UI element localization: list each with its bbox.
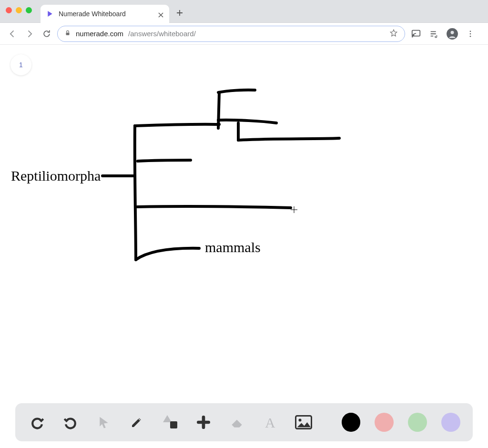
back-button[interactable] [6, 27, 19, 41]
svg-point-8 [470, 35, 471, 37]
shapes-tool-button[interactable] [161, 413, 180, 432]
profile-avatar[interactable] [445, 27, 459, 41]
svg-point-7 [470, 33, 471, 34]
media-control-icon[interactable] [427, 27, 441, 41]
window-titlebar: Numerade Whiteboard [0, 0, 488, 23]
svg-point-3 [412, 36, 413, 37]
traffic-lights [6, 7, 32, 13]
cast-icon[interactable] [409, 27, 423, 41]
add-button[interactable] [194, 413, 213, 432]
text-tool-button[interactable]: A [261, 413, 280, 432]
reload-button[interactable] [40, 27, 53, 41]
redo-button[interactable] [61, 413, 80, 432]
tab-favicon [46, 10, 54, 18]
whiteboard-toolbar: A [15, 403, 473, 441]
svg-point-5 [451, 31, 454, 34]
browser-toolbar: numerade.com/answers/whiteboard/ [0, 23, 488, 45]
svg-text:A: A [265, 415, 275, 430]
shapes-icon [163, 415, 177, 429]
color-swatch-purple[interactable] [441, 413, 460, 432]
color-swatch-black[interactable] [342, 413, 361, 432]
lock-icon [64, 30, 71, 38]
image-tool-button[interactable] [294, 413, 313, 432]
eraser-tool-button[interactable] [227, 413, 246, 432]
window-minimize-button[interactable] [16, 7, 22, 13]
pen-tool-button[interactable] [128, 413, 147, 432]
tab-title: Numerade Whiteboard [59, 10, 153, 18]
crosshair-cursor-icon [291, 206, 297, 213]
svg-marker-0 [48, 11, 52, 17]
svg-point-6 [470, 31, 471, 32]
window-maximize-button[interactable] [26, 7, 32, 13]
color-swatch-red[interactable] [375, 413, 394, 432]
svg-point-11 [298, 419, 301, 422]
forward-button[interactable] [23, 27, 36, 41]
color-swatch-green[interactable] [408, 413, 427, 432]
undo-button[interactable] [28, 413, 47, 432]
window-close-button[interactable] [6, 7, 12, 13]
bookmark-star-icon[interactable] [389, 29, 398, 39]
url-path: /answers/whiteboard/ [128, 30, 196, 38]
address-bar[interactable]: numerade.com/answers/whiteboard/ [57, 26, 405, 42]
new-tab-button[interactable] [173, 6, 186, 20]
label-mammals: mammals [205, 239, 261, 255]
tab-close-icon[interactable] [158, 11, 163, 16]
label-reptiliomorpha: Reptiliomorpha [11, 168, 101, 184]
select-tool-button[interactable] [94, 413, 113, 432]
svg-rect-1 [66, 32, 70, 35]
url-domain: numerade.com [76, 30, 123, 38]
browser-tab[interactable]: Numerade Whiteboard [41, 5, 169, 23]
kebab-menu-icon[interactable] [463, 27, 478, 41]
whiteboard-canvas[interactable]: 1 Reptiliomorpha m [0, 45, 488, 448]
